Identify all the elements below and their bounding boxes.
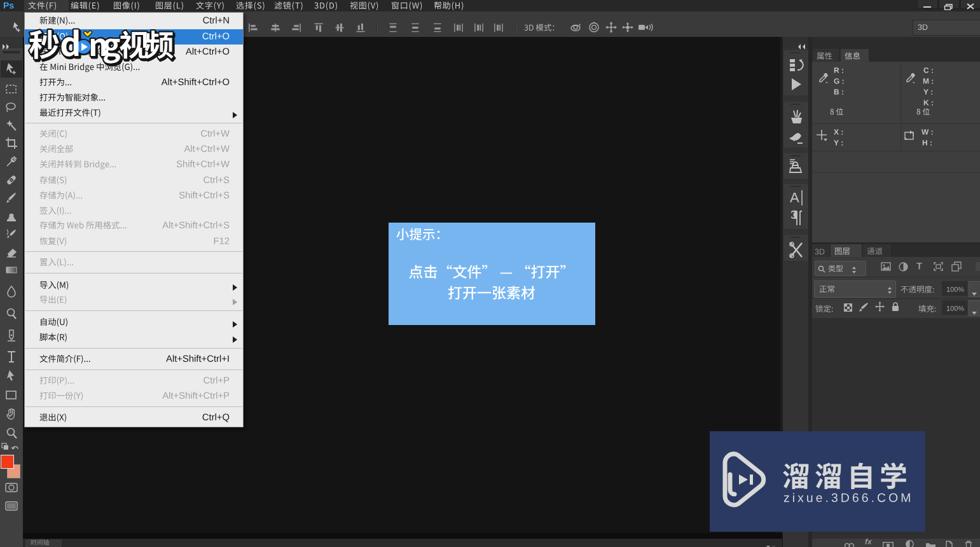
svg-text:A: A	[790, 190, 799, 205]
